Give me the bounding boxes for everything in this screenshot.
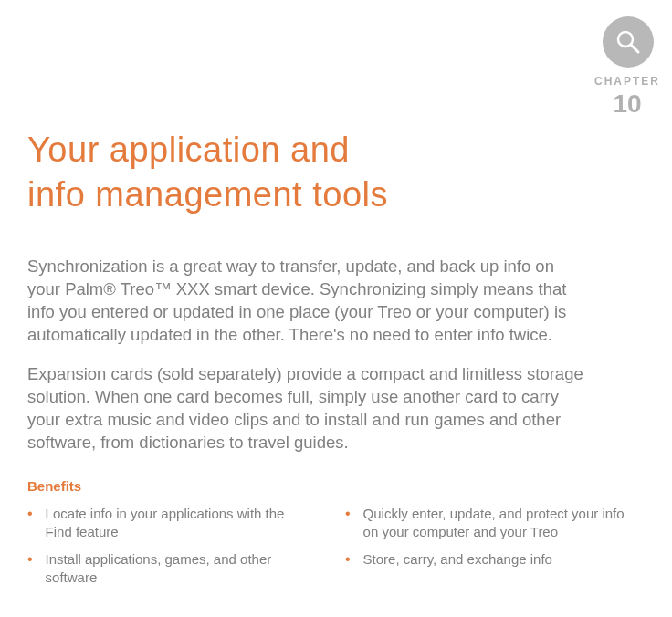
benefits-columns: • Locate info in your applications with …	[27, 505, 626, 597]
chapter-label: CHAPTER 10	[590, 75, 665, 119]
benefit-text: Store, carry, and exchange info	[363, 550, 552, 569]
benefits-right-column: • Quickly enter, update, and protect you…	[345, 505, 626, 597]
bullet-icon: •	[27, 505, 33, 524]
chapter-icon-badge	[603, 16, 654, 68]
bullet-icon: •	[345, 505, 351, 524]
benefit-text: Install applications, games, and other s…	[46, 550, 309, 588]
chapter-word: CHAPTER	[590, 75, 665, 88]
list-item: • Store, carry, and exchange info	[345, 550, 626, 570]
title-divider	[27, 235, 626, 235]
benefit-text: Quickly enter, update, and protect your …	[363, 505, 626, 542]
benefits-left-column: • Locate info in your applications with …	[27, 505, 309, 597]
list-item: • Locate info in your applications with …	[27, 505, 309, 542]
page-title: Your application and info management too…	[27, 128, 626, 218]
list-item: • Install applications, games, and other…	[27, 550, 309, 588]
bullet-icon: •	[345, 550, 351, 570]
badge-circle	[603, 16, 654, 68]
svg-line-1	[631, 45, 638, 52]
intro-paragraph-2: Expansion cards (sold separately) provid…	[27, 363, 584, 455]
title-line-1: Your application and	[27, 131, 350, 169]
magnifier-icon	[614, 27, 643, 57]
list-item: • Quickly enter, update, and protect you…	[345, 505, 626, 542]
chapter-number: 10	[590, 89, 665, 119]
benefit-text: Locate info in your applications with th…	[46, 505, 309, 542]
intro-paragraph-1: Synchronization is a great way to transf…	[27, 256, 584, 347]
title-line-2: info management tools	[27, 175, 388, 214]
benefits-heading: Benefits	[27, 478, 626, 494]
bullet-icon: •	[27, 550, 33, 570]
